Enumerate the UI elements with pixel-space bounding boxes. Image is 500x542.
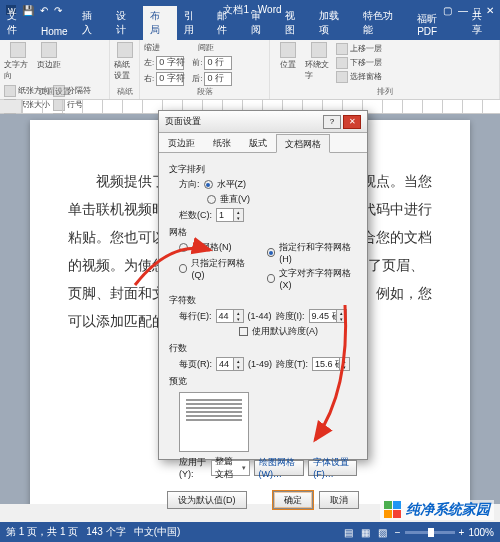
selection-pane-icon <box>336 71 348 83</box>
tab-file[interactable]: 文件 <box>0 6 34 40</box>
page-setup-dialog: 页面设置 ? ✕ 页边距 纸张 版式 文档网格 文字排列 方向: 水平(Z) 垂… <box>158 110 368 460</box>
watermark-icon <box>384 501 402 519</box>
status-language[interactable]: 中文(中国) <box>134 525 181 539</box>
zoom-percent[interactable]: 100% <box>468 527 494 538</box>
per-line-label: 每行(E): <box>179 310 212 323</box>
group-page-setup-label: 页面设置 <box>4 86 105 97</box>
text-direction-label: 文字方向 <box>4 59 32 81</box>
position-button[interactable]: 位置 <box>274 42 302 70</box>
per-page-input[interactable]: 44▴▾ <box>216 357 244 371</box>
section-preview: 预览 <box>169 375 357 388</box>
tab-special[interactable]: 特色功能 <box>356 6 410 40</box>
ribbon-tabs: 文件 Home 插入 设计 布局 引用 邮件 审阅 视图 加载项 特色功能 福昕… <box>0 20 500 40</box>
share-button[interactable]: 共享 <box>464 6 500 40</box>
text-direction-icon <box>10 42 26 58</box>
tab-references[interactable]: 引用 <box>177 6 211 40</box>
tab-pdf[interactable]: 福昕PDF <box>410 9 464 40</box>
dialog-tab-paper[interactable]: 纸张 <box>204 133 240 152</box>
dialog-help-icon[interactable]: ? <box>323 115 341 129</box>
watermark-logo: 纯净系统家园 <box>380 500 494 520</box>
bring-forward-icon <box>336 43 348 55</box>
tab-design[interactable]: 设计 <box>109 6 143 40</box>
view-read-icon[interactable]: ▤ <box>344 527 353 538</box>
per-page-range: (1-49) <box>248 359 272 369</box>
draw-grid-button[interactable]: 绘图网格(W)… <box>254 460 305 476</box>
zoom-out-icon[interactable]: − <box>395 527 401 538</box>
apply-to-select[interactable]: 整篇文档 <box>211 460 249 476</box>
manuscript-label: 稿纸设置 <box>114 59 135 81</box>
manuscript-button[interactable]: 稿纸设置 <box>114 42 135 81</box>
dialog-title: 页面设置 <box>165 115 321 128</box>
cancel-button[interactable]: 取消 <box>319 491 359 509</box>
set-default-button[interactable]: 设为默认值(D) <box>167 491 247 509</box>
qat-undo-icon[interactable]: ↶ <box>40 5 48 16</box>
per-line-input[interactable]: 44▴▾ <box>216 309 244 323</box>
group-manuscript-label: 稿纸 <box>114 86 135 97</box>
spacing-header: 间距 <box>198 42 214 53</box>
tab-layout[interactable]: 布局 <box>143 6 177 40</box>
view-print-icon[interactable]: ▦ <box>361 527 370 538</box>
wrap-button[interactable]: 环绕文字 <box>305 42 333 81</box>
text-direction-button[interactable]: 文字方向 <box>4 42 32 81</box>
per-line-range: (1-44) <box>248 311 272 321</box>
section-chars: 字符数 <box>169 294 357 307</box>
radio-no-grid[interactable] <box>179 243 188 252</box>
status-page[interactable]: 第 1 页，共 1 页 <box>6 525 78 539</box>
radio-align-grid[interactable] <box>267 274 275 283</box>
position-icon <box>280 42 296 58</box>
radio-char-line-grid[interactable] <box>267 248 275 257</box>
apply-to-label: 应用于(Y): <box>179 456 207 479</box>
spacing-before-input[interactable]: 0 行 <box>204 56 232 70</box>
qat-redo-icon[interactable]: ↷ <box>54 5 62 16</box>
radio-horizontal[interactable] <box>204 180 213 189</box>
columns-count-input[interactable]: 1▴▾ <box>216 208 244 222</box>
manuscript-icon <box>117 42 133 58</box>
dialog-tab-margins[interactable]: 页边距 <box>159 133 204 152</box>
ribbon: 文字方向 页边距 纸张方向 纸张大小 分栏 分隔符 行号 断字 页面设置 稿纸设… <box>0 40 500 100</box>
dialog-tab-layout[interactable]: 版式 <box>240 133 276 152</box>
margins-icon <box>41 42 57 58</box>
dialog-tabs: 页边距 纸张 版式 文档网格 <box>159 133 367 153</box>
dialog-tab-grid[interactable]: 文档网格 <box>276 134 330 153</box>
spacing-after-input[interactable]: 0 行 <box>204 72 232 86</box>
columns-count-label: 栏数(C): <box>179 209 212 222</box>
margins-label: 页边距 <box>37 59 61 70</box>
tab-mailings[interactable]: 邮件 <box>210 6 244 40</box>
dialog-close-icon[interactable]: ✕ <box>343 115 361 129</box>
char-pitch-input[interactable]: 9.45 磅▴▾ <box>309 309 347 323</box>
dialog-titlebar[interactable]: 页面设置 ? ✕ <box>159 111 367 133</box>
line-pitch-label: 跨度(T): <box>276 358 308 371</box>
ok-button[interactable]: 确定 <box>273 491 313 509</box>
bring-forward-button[interactable]: 上移一层 <box>336 42 382 55</box>
tab-view[interactable]: 视图 <box>278 6 312 40</box>
margins-button[interactable]: 页边距 <box>35 42 63 70</box>
send-backward-button[interactable]: 下移一层 <box>336 56 382 69</box>
status-words[interactable]: 143 个字 <box>86 525 125 539</box>
zoom-in-icon[interactable]: + <box>459 527 465 538</box>
selection-pane-button[interactable]: 选择窗格 <box>336 70 382 83</box>
preview-box <box>179 392 249 452</box>
indent-left-input[interactable]: 0 字符 <box>156 56 184 70</box>
tab-insert[interactable]: 插入 <box>75 6 109 40</box>
tab-home[interactable]: Home <box>34 23 75 40</box>
per-page-label: 每页(R): <box>179 358 212 371</box>
section-lines: 行数 <box>169 342 357 355</box>
radio-vertical[interactable] <box>207 195 216 204</box>
view-web-icon[interactable]: ▧ <box>378 527 387 538</box>
group-paragraph-label: 段落 <box>144 86 265 97</box>
indent-right-input[interactable]: 0 字符 <box>156 72 184 86</box>
direction-label: 方向: <box>179 178 200 191</box>
group-arrange-label: 排列 <box>274 86 495 97</box>
watermark-text: 纯净系统家园 <box>406 501 490 519</box>
radio-line-grid[interactable] <box>179 264 187 273</box>
tab-addins[interactable]: 加载项 <box>312 6 356 40</box>
tab-review[interactable]: 审阅 <box>244 6 278 40</box>
font-settings-button[interactable]: 字体设置(F)… <box>308 460 357 476</box>
use-default-pitch-checkbox[interactable] <box>239 327 248 336</box>
zoom-slider[interactable] <box>405 531 455 534</box>
line-pitch-input[interactable]: 15.6 磅▴▾ <box>312 357 350 371</box>
wrap-icon <box>311 42 327 58</box>
char-pitch-label: 跨度(I): <box>276 310 305 323</box>
indent-header: 缩进 <box>144 42 160 53</box>
zoom-control[interactable]: − + 100% <box>395 527 494 538</box>
